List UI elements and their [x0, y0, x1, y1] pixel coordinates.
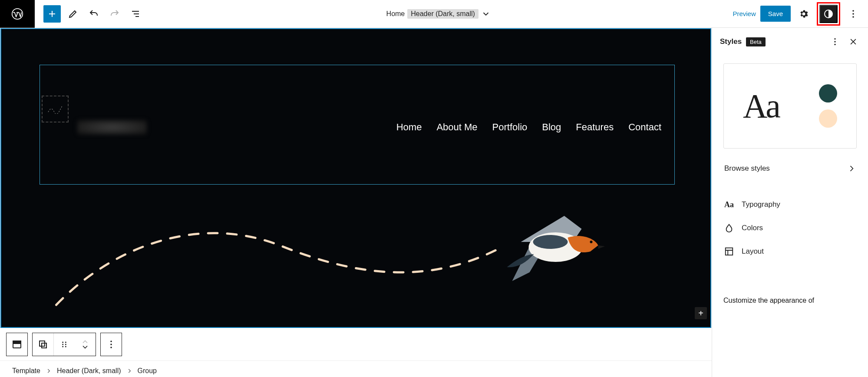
chevron-right-icon — [46, 368, 52, 374]
drop-icon — [723, 222, 735, 234]
chevron-right-icon — [847, 164, 856, 173]
svg-point-23 — [834, 44, 835, 45]
breadcrumb: Template Header (Dark, small) Group — [0, 360, 712, 377]
svg-point-18 — [110, 341, 112, 342]
group-block-icon[interactable] — [33, 333, 53, 356]
beta-badge: Beta — [746, 37, 766, 46]
svg-point-22 — [834, 41, 835, 42]
preview-link[interactable]: Preview — [733, 10, 756, 17]
svg-point-17 — [65, 346, 66, 347]
svg-rect-11 — [42, 343, 46, 348]
styles-button[interactable] — [819, 5, 838, 23]
site-title-blurred[interactable] — [77, 120, 147, 135]
svg-point-14 — [62, 346, 63, 347]
template-part-icon[interactable] — [7, 333, 27, 356]
nav-item[interactable]: Contact — [628, 122, 661, 133]
site-logo-placeholder[interactable] — [42, 96, 69, 122]
svg-point-6 — [590, 241, 593, 243]
nav-item[interactable]: Portfolio — [492, 122, 528, 133]
colors-category[interactable]: Colors — [723, 222, 857, 234]
svg-point-4 — [852, 16, 854, 18]
typography-icon: Aa — [723, 199, 735, 210]
list-view-button[interactable] — [127, 5, 144, 23]
svg-point-2 — [852, 10, 854, 12]
browse-styles-row[interactable]: Browse styles — [723, 155, 857, 182]
svg-point-20 — [110, 347, 112, 348]
append-block-button[interactable]: + — [695, 307, 707, 319]
panel-title: Styles — [720, 37, 742, 46]
add-block-button[interactable] — [43, 5, 61, 23]
template-part-label: Header (Dark, small) — [407, 9, 479, 19]
top-toolbar: Home Header (Dark, small) Preview Save — [0, 0, 868, 28]
primary-navigation[interactable]: Home About Me Portfolio Blog Features Co… — [396, 122, 661, 133]
settings-button[interactable] — [795, 5, 812, 23]
svg-point-21 — [834, 38, 835, 40]
more-options-button[interactable] — [845, 5, 862, 23]
typography-sample: Aa — [743, 86, 779, 126]
breadcrumb-item[interactable]: Group — [138, 367, 157, 375]
browse-styles-label: Browse styles — [724, 164, 770, 173]
breadcrumb-item[interactable]: Header (Dark, small) — [57, 367, 121, 375]
svg-rect-24 — [726, 248, 733, 255]
save-button[interactable]: Save — [760, 6, 791, 22]
svg-point-19 — [110, 344, 112, 345]
nav-item[interactable]: Features — [576, 122, 614, 133]
layout-category[interactable]: Layout — [723, 246, 857, 257]
svg-point-16 — [65, 344, 66, 345]
block-more-options[interactable] — [101, 333, 122, 356]
undo-button[interactable] — [85, 5, 102, 23]
layout-icon — [723, 246, 735, 257]
layout-label: Layout — [742, 247, 764, 256]
doc-name: Home — [386, 10, 405, 18]
redo-button[interactable] — [106, 5, 123, 23]
drag-handle-icon[interactable] — [54, 333, 75, 356]
typography-category[interactable]: Aa Typography — [723, 199, 857, 210]
customize-help-text: Customize the appearance of — [723, 296, 857, 305]
wordpress-logo[interactable] — [0, 0, 35, 28]
style-preview-card[interactable]: Aa — [723, 63, 857, 149]
nav-item[interactable]: Home — [396, 122, 422, 133]
move-down-icon[interactable] — [81, 344, 89, 350]
color-swatch-secondary — [819, 109, 837, 128]
panel-more-button[interactable] — [828, 35, 842, 49]
hero-image-bird — [19, 194, 684, 307]
move-up-icon[interactable] — [81, 339, 89, 344]
svg-point-13 — [62, 344, 63, 345]
document-title[interactable]: Home Header (Dark, small) — [144, 9, 733, 19]
nav-item[interactable]: Blog — [542, 122, 561, 133]
typography-label: Typography — [742, 200, 780, 209]
styles-button-highlight — [817, 2, 840, 26]
svg-point-15 — [65, 342, 66, 343]
breadcrumb-item[interactable]: Template — [12, 367, 40, 375]
edit-tool-button[interactable] — [64, 5, 82, 23]
colors-label: Colors — [742, 224, 763, 232]
color-swatch-primary — [819, 84, 837, 103]
nav-item[interactable]: About Me — [436, 122, 477, 133]
header-group-block[interactable]: Home About Me Portfolio Blog Features Co… — [40, 65, 675, 185]
svg-point-3 — [852, 13, 854, 15]
svg-point-7 — [533, 235, 568, 249]
chevron-right-icon — [126, 368, 132, 374]
svg-point-12 — [62, 342, 63, 343]
editor-canvas[interactable]: Home About Me Portfolio Blog Features Co… — [0, 28, 711, 328]
chevron-down-icon — [481, 9, 491, 19]
svg-rect-9 — [13, 341, 21, 344]
styles-panel: Styles Beta Aa B — [712, 28, 868, 377]
move-arrows[interactable] — [75, 333, 96, 356]
close-panel-button[interactable] — [846, 35, 860, 49]
block-toolbar — [0, 328, 712, 360]
template-part-area[interactable]: Home About Me Portfolio Blog Features Co… — [0, 28, 711, 328]
